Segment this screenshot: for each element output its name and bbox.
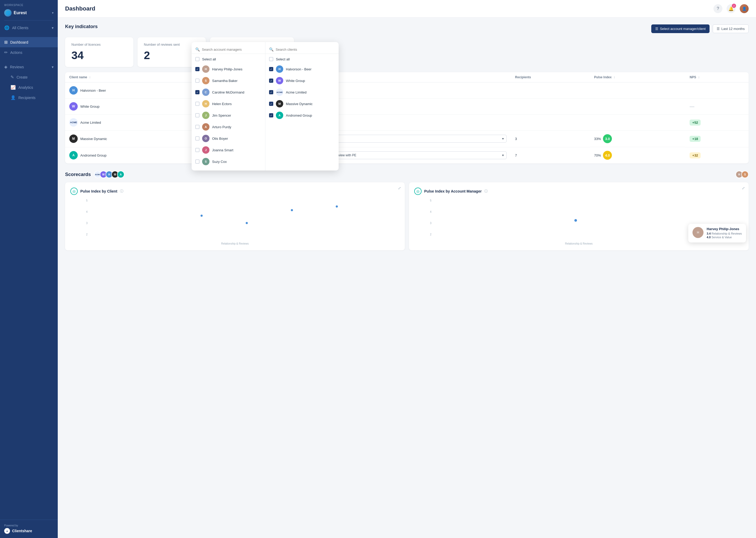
pulse-icon: ◎ [414, 188, 422, 195]
manager-item[interactable]: H Helen Ectors [192, 98, 265, 110]
client-avatar: ACME [276, 88, 283, 96]
manager-item[interactable]: S Suzy Cox [192, 156, 265, 167]
sort-icon[interactable]: ↕ [89, 76, 91, 79]
client-checkbox[interactable] [269, 67, 273, 71]
clients-chevron-icon: ▾ [52, 26, 54, 30]
time-filter-button[interactable]: ☰ Last 12 months [713, 25, 749, 33]
info-icon[interactable]: ⓘ [120, 189, 123, 193]
sidebar-item-dashboard[interactable]: ⊞ Dashboard [0, 37, 58, 47]
client-avatar: M [276, 100, 283, 107]
sidebar-item-reviews[interactable]: ◈ Reviews ▾ [0, 62, 58, 72]
manager-name: Arturo Purdy [212, 125, 231, 129]
sidebar-item-analytics[interactable]: 📈 Analytics [0, 82, 58, 92]
manager-checkbox[interactable] [195, 125, 200, 129]
select-all-checkbox[interactable] [195, 57, 200, 61]
account-manager-filter-button[interactable]: ☰ Select account manager/client [651, 25, 710, 33]
x-axis-label: Relationship & Reviews [71, 242, 400, 245]
client-checkbox[interactable] [269, 113, 273, 117]
manager-name: Caroline McDormand [212, 90, 244, 94]
cell-nps: +52 [685, 115, 749, 131]
client-item[interactable]: H Halvorson - Beer [265, 63, 339, 75]
clients-search-input[interactable] [276, 48, 335, 51]
manager-checkbox[interactable] [195, 67, 200, 71]
manager-tooltip: H Harvey Philip-Jones 3.4 Relationship &… [688, 224, 746, 242]
manager-checkbox[interactable] [195, 102, 200, 106]
clients-select-all[interactable]: Select all [265, 55, 339, 63]
sidebar-item-all-clients[interactable]: 🌐 All Clients ▾ [0, 23, 58, 33]
info-icon[interactable]: ⓘ [484, 189, 488, 193]
nps-badge: +32 [689, 152, 701, 158]
manager-item[interactable]: J Joanna Smart [192, 144, 265, 156]
pulse-badge: 4.0 [603, 151, 612, 160]
page-content: Key indicators ☰ Select account manager/… [58, 18, 756, 257]
target-icon: ◎ [416, 189, 419, 193]
brand-chevron-icon: ▾ [52, 11, 54, 15]
client-checkbox[interactable] [269, 90, 273, 94]
help-button[interactable]: ? [714, 4, 722, 13]
manager-item[interactable]: H Harvey Philip-Jones [192, 63, 265, 75]
client-item[interactable]: ACME Acme Limited [265, 86, 339, 98]
client-item[interactable]: A Andromed Group [265, 110, 339, 121]
manager-item[interactable]: J Jim Spencer [192, 110, 265, 121]
managers-column: 🔍 Select all H Harvey Philip-Jones S Sam… [192, 42, 265, 171]
y-axis-labels: 5 4 3 2 [86, 199, 88, 236]
target-icon: ◎ [72, 189, 75, 193]
manager-name: Samantha Baker [212, 79, 238, 83]
managers-select-all[interactable]: Select all [192, 55, 265, 63]
select-all-checkbox[interactable] [269, 57, 273, 61]
client-name: Halvorson - Beer [80, 88, 106, 92]
sidebar-item-create[interactable]: ✎ Create [0, 72, 58, 82]
tooltip-stat-1: 3.4 Relationship & Reviews [707, 232, 742, 235]
sidebar-item-actions[interactable]: ✏ Actions [0, 47, 58, 58]
time-filter-label: Last 12 months [721, 27, 745, 31]
client-item[interactable]: M Massive Dynamic [265, 98, 339, 110]
client-name: Andromed Group [80, 153, 107, 157]
table-row: H Halvorson - Beer ✅ [65, 82, 749, 98]
manager-name: Jim Spencer [212, 114, 231, 117]
card-title: Pulse Index by Client [80, 189, 117, 193]
manager-checkbox[interactable] [195, 79, 200, 83]
clients-table-container: Client name ↕ Review sent ↕ Latest revie… [65, 72, 749, 163]
sort-icon[interactable]: ↕ [698, 76, 699, 79]
manager-item[interactable]: O Otis Boyer [192, 133, 265, 144]
brand-selector[interactable]: 🌐 Eurest ▾ [0, 8, 58, 20]
expand-icon[interactable]: ⤢ [742, 186, 745, 190]
review-select[interactable]: Nov 2020 Review with PE ▾ [317, 151, 507, 159]
select-all-label: Select all [202, 57, 216, 61]
card-header: ◎ Pulse Index by Client ⓘ [71, 188, 400, 195]
sort-icon[interactable]: ↕ [613, 76, 615, 79]
client-checkbox[interactable] [269, 102, 273, 106]
sidebar-item-label: Create [17, 75, 27, 79]
cell-nps: +18 [685, 131, 749, 147]
notifications-button[interactable]: 🔔 2 [727, 4, 735, 13]
managers-search-input[interactable] [202, 48, 261, 51]
manager-checkbox[interactable] [195, 90, 200, 94]
manager-item[interactable]: A Arturo Purdy [192, 121, 265, 133]
pulse-by-manager-card: ◎ Pulse Index by Account Manager ⓘ ⤢ 5 4… [409, 182, 749, 250]
client-item[interactable]: W White Group [265, 75, 339, 86]
manager-name: Harvey Philip-Jones [212, 67, 243, 71]
manager-item[interactable]: C Caroline McDormand [192, 86, 265, 98]
manager-checkbox[interactable] [195, 148, 200, 152]
client-name: Andromed Group [286, 114, 312, 117]
review-select[interactable]: Q2/2021 BR ▾ [317, 135, 507, 143]
licences-value: 34 [71, 49, 127, 62]
clients-table: Client name ↕ Review sent ↕ Latest revie… [65, 72, 749, 163]
col-recipients: Recipients [511, 72, 590, 82]
manager-checkbox[interactable] [195, 136, 200, 140]
chart-area: 5 4 3 2 [86, 199, 400, 241]
sidebar-section-clients: 🌐 All Clients ▾ [0, 21, 58, 35]
manager-checkbox[interactable] [195, 113, 200, 117]
user-avatar[interactable]: 👤 [740, 4, 749, 13]
x-axis-label: Relationship & Reviews [414, 242, 743, 245]
manager-checkbox[interactable] [195, 159, 200, 164]
expand-icon[interactable]: ⤢ [398, 186, 401, 190]
y-axis-labels: 5 4 3 2 [430, 199, 432, 236]
manager-avatar: J [202, 146, 210, 154]
scorecards-title: Scorecards [65, 172, 91, 177]
cell-nps: +32 [685, 147, 749, 163]
client-checkbox[interactable] [269, 79, 273, 83]
sidebar-item-recipients[interactable]: 👤 Recipients [0, 92, 58, 103]
manager-item[interactable]: S Samantha Baker [192, 75, 265, 86]
search-icon: 🔍 [195, 47, 200, 51]
